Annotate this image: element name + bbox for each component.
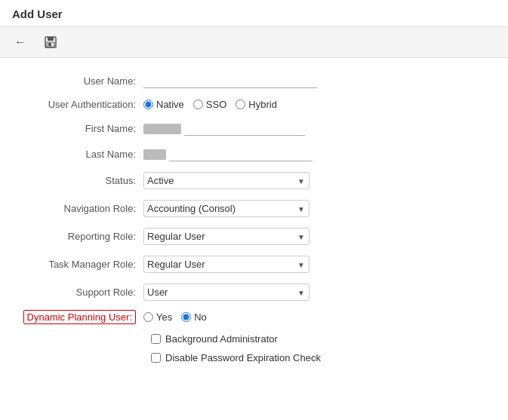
- toolbar: ←: [0, 27, 508, 58]
- background-admin-label: Background Administrator: [165, 333, 278, 345]
- nav-role-label: Navigation Role:: [23, 203, 143, 214]
- support-role-select[interactable]: User Administrator: [143, 284, 309, 301]
- back-button[interactable]: ←: [9, 32, 32, 52]
- user-auth-row: User Authentication: Native SSO Hybrid: [23, 99, 485, 110]
- task-manager-role-row: Task Manager Role: Regular User Administ…: [23, 256, 485, 273]
- first-name-input[interactable]: [184, 121, 305, 136]
- user-name-label: User Name:: [23, 75, 143, 87]
- last-name-input[interactable]: [169, 146, 312, 161]
- reporting-role-label: Reporting Role:: [23, 231, 143, 242]
- last-name-redacted: [143, 149, 166, 160]
- task-manager-role-select[interactable]: Regular User Administrator: [143, 256, 309, 273]
- support-role-row: Support Role: User Administrator ▼: [23, 284, 485, 301]
- auth-hybrid-label: Hybrid: [248, 99, 277, 110]
- status-select[interactable]: Active Inactive: [143, 172, 309, 189]
- auth-hybrid-option[interactable]: Hybrid: [236, 99, 277, 110]
- support-role-label: Support Role:: [23, 287, 143, 298]
- last-name-label: Last Name:: [23, 149, 143, 160]
- save-button[interactable]: [38, 32, 63, 53]
- auth-sso-radio[interactable]: [193, 100, 203, 109]
- nav-role-row: Navigation Role: Accounting (Consol) Reg…: [23, 200, 485, 217]
- reporting-role-row: Reporting Role: Regular User Administrat…: [23, 228, 485, 245]
- status-row: Status: Active Inactive ▼: [23, 172, 485, 189]
- reporting-role-select[interactable]: Regular User Administrator: [143, 228, 309, 245]
- first-name-redacted: [143, 124, 181, 134]
- disable-password-row: Disable Password Expiration Check: [151, 352, 485, 363]
- nav-role-select[interactable]: Accounting (Consol) Regular User Adminis…: [143, 200, 309, 217]
- user-auth-label: User Authentication:: [23, 99, 143, 110]
- dynamic-planning-yes-label: Yes: [156, 311, 172, 323]
- task-manager-role-label: Task Manager Role:: [23, 259, 143, 270]
- save-icon: [43, 35, 58, 50]
- auth-sso-option[interactable]: SSO: [193, 99, 226, 110]
- dynamic-planning-yes-radio[interactable]: [143, 312, 153, 322]
- status-label: Status:: [23, 175, 143, 186]
- auth-native-label: Native: [156, 99, 184, 110]
- user-name-row: User Name:: [23, 73, 485, 88]
- dynamic-planning-label: Dynamic Planning User:: [23, 310, 136, 324]
- first-name-label: First Name:: [23, 123, 143, 134]
- svg-rect-3: [48, 43, 51, 46]
- auth-hybrid-radio[interactable]: [236, 100, 245, 109]
- page-title: Add User: [0, 0, 508, 27]
- dynamic-planning-no-radio[interactable]: [181, 312, 191, 322]
- background-admin-row: Background Administrator: [151, 333, 485, 345]
- auth-native-radio[interactable]: [143, 100, 153, 109]
- user-name-input[interactable]: [143, 73, 317, 88]
- dynamic-planning-no-option[interactable]: No: [181, 311, 207, 323]
- auth-native-option[interactable]: Native: [143, 99, 184, 110]
- disable-password-option[interactable]: Disable Password Expiration Check: [151, 352, 321, 363]
- first-name-row: First Name:: [23, 121, 485, 136]
- disable-password-checkbox[interactable]: [151, 353, 161, 363]
- last-name-row: Last Name:: [23, 146, 485, 161]
- dynamic-planning-no-label: No: [194, 311, 207, 323]
- background-admin-checkbox[interactable]: [151, 334, 161, 344]
- svg-rect-1: [48, 37, 54, 41]
- dynamic-planning-row: Dynamic Planning User: Yes No: [23, 311, 485, 323]
- disable-password-label: Disable Password Expiration Check: [165, 352, 321, 363]
- background-admin-option[interactable]: Background Administrator: [151, 333, 278, 345]
- auth-sso-label: SSO: [206, 99, 226, 110]
- form-area: User Name: User Authentication: Native S…: [0, 58, 508, 386]
- dynamic-planning-yes-option[interactable]: Yes: [143, 311, 172, 323]
